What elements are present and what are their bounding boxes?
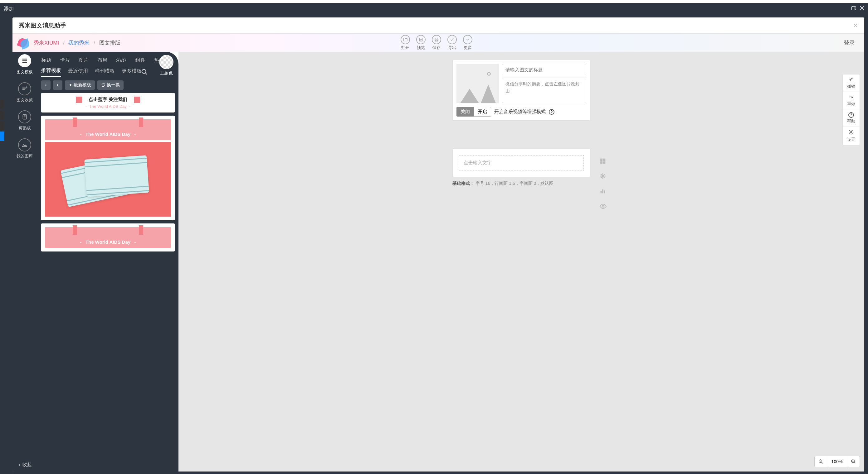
- svg-rect-0: [851, 7, 855, 10]
- window-titlebar: 添加: [0, 3, 868, 14]
- maximize-icon[interactable]: [851, 6, 856, 11]
- titlebar-label: 添加: [4, 6, 14, 12]
- close-icon[interactable]: [860, 6, 864, 11]
